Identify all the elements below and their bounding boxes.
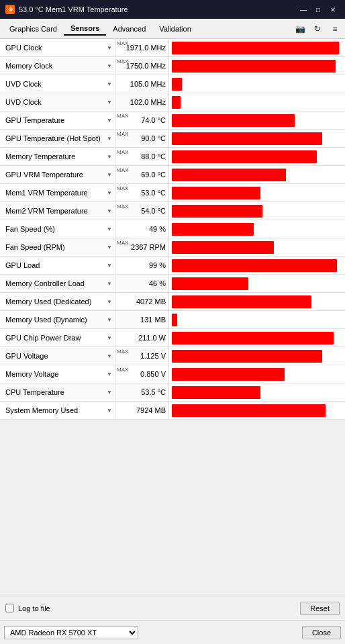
sensor-bar-container <box>169 275 345 292</box>
sensor-value-text: 74.0 °C <box>141 116 166 124</box>
minimize-button[interactable]: — <box>297 4 310 15</box>
dropdown-arrow-icon[interactable]: ▼ <box>107 63 112 69</box>
dropdown-arrow-icon[interactable]: ▼ <box>107 190 112 196</box>
tab-advanced[interactable]: Advanced <box>106 22 152 36</box>
dropdown-arrow-icon[interactable]: ▼ <box>107 353 112 359</box>
sensor-label: Memory Controller Load <box>5 279 105 287</box>
sensor-bar-container <box>169 365 345 383</box>
dropdown-arrow-icon[interactable]: ▼ <box>107 263 112 269</box>
dropdown-arrow-icon[interactable]: ▼ <box>107 81 112 87</box>
sensor-bar-container <box>169 257 345 274</box>
max-badge: MAX <box>117 58 128 64</box>
refresh-icon-button[interactable]: ↻ <box>310 21 325 36</box>
table-row: UVD Clock▼105.0 MHz <box>0 75 345 93</box>
sensor-value-cell: MAX53.0 °C <box>115 184 169 201</box>
dropdown-arrow-icon[interactable]: ▼ <box>107 371 112 377</box>
sensor-bar <box>172 259 337 272</box>
sensor-value-cell: 131 MB <box>115 311 169 328</box>
log-to-file-label[interactable]: Log to file <box>18 604 50 612</box>
table-row: GPU Voltage▼MAX1.125 V <box>0 347 345 365</box>
sensor-value-text: 99 % <box>149 261 166 269</box>
tab-graphics-card[interactable]: Graphics Card <box>3 22 64 36</box>
sensor-label: UVD Clock <box>5 80 105 88</box>
sensor-label: GPU Clock <box>5 44 105 52</box>
menu-bar: Graphics Card Sensors Advanced Validatio… <box>0 19 345 39</box>
reset-button[interactable]: Reset <box>300 602 340 615</box>
sensor-name-cell: CPU Temperature▼ <box>0 383 115 401</box>
dropdown-arrow-icon[interactable]: ▼ <box>107 281 112 287</box>
close-window-button[interactable]: ✕ <box>326 4 340 15</box>
sensor-value-cell: MAX2367 RPM <box>115 238 169 256</box>
dropdown-arrow-icon[interactable]: ▼ <box>107 99 112 105</box>
sensor-value-text: 131 MB <box>140 316 166 324</box>
sensor-label: GPU Temperature <box>5 116 105 124</box>
sensor-bar <box>172 350 322 363</box>
sensor-label: Fan Speed (%) <box>5 225 105 233</box>
sensor-bar <box>172 404 326 417</box>
sensor-name-cell: GPU Chip Power Draw▼ <box>0 329 115 347</box>
sensor-bar <box>172 241 274 254</box>
sensor-name-cell: GPU VRM Temperature▼ <box>0 166 115 183</box>
settings-menu-button[interactable]: ≡ <box>328 21 342 36</box>
dropdown-arrow-icon[interactable]: ▼ <box>107 244 112 250</box>
max-badge: MAX <box>117 149 128 155</box>
sensor-scroll-area[interactable]: GPU Clock▼MAX1971.0 MHzMemory Clock▼MAX1… <box>0 39 345 596</box>
sensor-bar-container <box>169 93 345 111</box>
table-row: GPU Clock▼MAX1971.0 MHz <box>0 39 345 57</box>
dropdown-arrow-icon[interactable]: ▼ <box>107 136 112 142</box>
sensor-value-cell: MAX1750.0 MHz <box>115 57 169 75</box>
camera-icon-button[interactable]: 📷 <box>293 21 307 36</box>
dropdown-arrow-icon[interactable]: ▼ <box>107 408 112 414</box>
sensor-bar-container <box>169 148 345 165</box>
table-row: GPU Load▼99 % <box>0 257 345 275</box>
max-badge: MAX <box>117 40 128 46</box>
dropdown-arrow-icon[interactable]: ▼ <box>107 317 112 323</box>
sensor-bar-container <box>169 220 345 238</box>
sensor-label: Mem1 VRM Temperature <box>5 189 105 197</box>
sensor-name-cell: Memory Temperature▼ <box>0 148 115 165</box>
sensor-label: System Memory Used <box>5 406 105 414</box>
dropdown-arrow-icon[interactable]: ▼ <box>107 226 112 232</box>
device-selector[interactable]: AMD Radeon RX 5700 XT <box>4 626 138 639</box>
close-button[interactable]: Close <box>302 626 341 639</box>
max-badge: MAX <box>117 349 128 355</box>
window-title: 53.0 °C Mem1 VRM Temperature <box>19 5 128 13</box>
tab-validation[interactable]: Validation <box>152 22 198 36</box>
sensor-bar <box>172 368 285 381</box>
dropdown-arrow-icon[interactable]: ▼ <box>107 335 112 341</box>
title-bar: ⚙ 53.0 °C Mem1 VRM Temperature — □ ✕ <box>0 0 345 19</box>
sensor-bar-container <box>169 202 345 220</box>
app-icon: ⚙ <box>5 5 15 14</box>
sensor-bar <box>172 295 311 308</box>
sensor-value-text: 7924 MB <box>136 406 166 414</box>
sensor-name-cell: UVD Clock▼ <box>0 93 115 111</box>
sensor-value-text: 1.125 V <box>140 352 166 360</box>
sensor-name-cell: UVD Clock▼ <box>0 75 115 93</box>
sensor-bar-container <box>169 311 345 328</box>
dropdown-arrow-icon[interactable]: ▼ <box>107 118 112 124</box>
dropdown-arrow-icon[interactable]: ▼ <box>107 172 112 178</box>
sensor-bar <box>172 96 181 109</box>
dropdown-arrow-icon[interactable]: ▼ <box>107 208 112 214</box>
dropdown-arrow-icon[interactable]: ▼ <box>107 299 112 305</box>
bottom-bar: Log to file Reset <box>0 596 345 620</box>
sensor-value-cell: 49 % <box>115 220 169 238</box>
sensor-name-cell: Memory Clock▼ <box>0 57 115 75</box>
sensor-table: GPU Clock▼MAX1971.0 MHzMemory Clock▼MAX1… <box>0 39 345 420</box>
table-row: Memory Clock▼MAX1750.0 MHz <box>0 57 345 75</box>
dropdown-arrow-icon[interactable]: ▼ <box>107 389 112 396</box>
table-row: Memory Used (Dynamic)▼131 MB <box>0 311 345 329</box>
dropdown-arrow-icon[interactable]: ▼ <box>107 45 112 51</box>
maximize-button[interactable]: □ <box>311 4 325 15</box>
tab-sensors[interactable]: Sensors <box>64 22 106 36</box>
sensor-value-text: 105.0 MHz <box>130 80 166 88</box>
sensor-name-cell: Fan Speed (%)▼ <box>0 220 115 238</box>
sensor-label: GPU Voltage <box>5 352 105 360</box>
sensor-value-text: 49 % <box>149 225 166 233</box>
table-row: GPU Chip Power Draw▼211.0 W <box>0 329 345 347</box>
dropdown-arrow-icon[interactable]: ▼ <box>107 154 112 160</box>
sensor-label: Memory Voltage <box>5 370 105 378</box>
sensor-bar-container <box>169 383 345 401</box>
log-to-file-checkbox[interactable] <box>5 604 14 612</box>
sensor-bar-container <box>169 130 345 147</box>
